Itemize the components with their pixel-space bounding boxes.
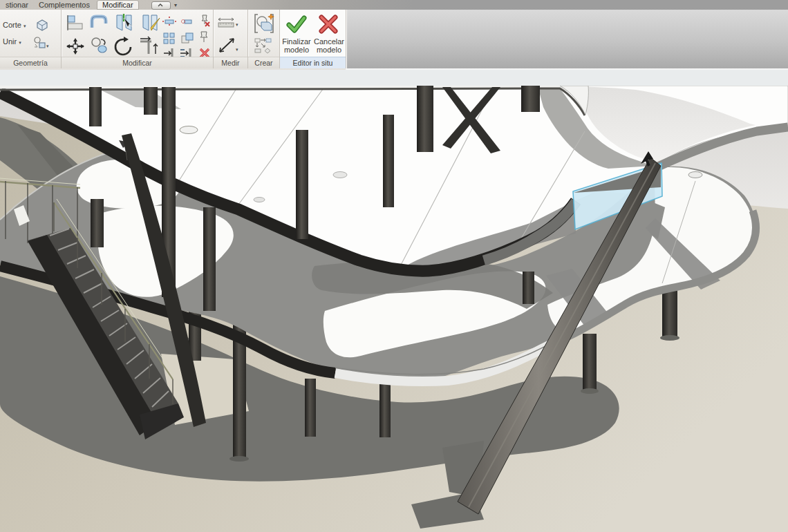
svg-text:▾: ▾ (236, 22, 238, 27)
panel-label-editor-in-situ[interactable]: Editor in situ (280, 57, 346, 68)
copy-icon[interactable] (89, 36, 110, 55)
panel-geometria: Corte▾ Unir▾ ▾ Geometría (0, 10, 62, 68)
svg-text:▾: ▾ (46, 44, 49, 48)
align-icon[interactable] (66, 14, 85, 32)
revit-window: { "ribbon": { "tabs": [ {"label": "stion… (0, 0, 788, 532)
finish-check-icon (285, 14, 308, 35)
offset-icon[interactable] (89, 14, 110, 32)
create-similar-icon[interactable] (254, 37, 273, 55)
slab-opening (180, 126, 198, 134)
trim-extend-corner-icon[interactable] (114, 12, 135, 33)
move-icon[interactable] (64, 36, 86, 57)
tab-complementos[interactable]: Complementos (33, 0, 95, 10)
cut-geometry-icon[interactable] (35, 18, 50, 33)
panel-label-modificar[interactable]: Modificar (62, 57, 213, 68)
3d-viewport[interactable] (0, 86, 788, 532)
array-icon[interactable] (162, 32, 176, 44)
measure-between-icon[interactable]: ▾ (216, 36, 240, 55)
split-element-icon[interactable] (140, 12, 161, 33)
ribbon-options-caret-icon[interactable]: ▾ (174, 2, 177, 8)
pin-icon[interactable] (198, 30, 209, 44)
trim-corner-icon[interactable] (139, 36, 161, 57)
options-bar (0, 70, 788, 86)
ribbon-minimize-button[interactable] (151, 1, 171, 10)
panel-editor-in-situ: Finalizar modelo Cancelar modelo Editor … (280, 10, 346, 68)
panel-label-crear[interactable]: Crear (248, 57, 279, 68)
tab-gestionar[interactable]: stionar (0, 0, 34, 10)
panel-modificar: Modificar (62, 10, 214, 68)
panel-label-medir[interactable]: Medir (214, 57, 247, 68)
panel-crear: Crear (248, 10, 280, 68)
join-geometry-icon[interactable]: ▾ (32, 36, 50, 51)
chevron-down-icon: ▾ (24, 23, 26, 28)
slab-puck (688, 172, 702, 178)
ribbon-tab-bar: stionar Complementos Modificar ▾ (0, 0, 788, 10)
tab-modificar[interactable]: Modificar (97, 0, 139, 10)
scale-icon[interactable] (180, 32, 194, 44)
create-group-icon[interactable] (252, 12, 276, 35)
activate-dimensions-icon[interactable] (162, 15, 176, 28)
finish-model-label: Finalizar modelo (280, 37, 313, 54)
corte-dropdown[interactable]: Corte▾ (3, 21, 26, 29)
copy-dimensions-icon[interactable] (180, 15, 194, 28)
chevron-down-icon: ▾ (19, 40, 21, 45)
measure-linear-icon[interactable]: ▾ (216, 15, 240, 30)
cancel-x-icon (317, 14, 339, 35)
unir-dropdown[interactable]: Unir▾ (3, 37, 21, 46)
panel-label-geometria[interactable]: Geometría (0, 57, 61, 68)
rotate-icon[interactable] (113, 36, 135, 57)
ribbon-empty-area (346, 10, 788, 70)
ribbon: Corte▾ Unir▾ ▾ Geometría (0, 10, 788, 70)
cancel-model-label: Cancelar modelo (312, 37, 346, 54)
unpin-icon[interactable] (197, 14, 211, 28)
svg-text:▾: ▾ (236, 47, 238, 52)
ribbon-minimize-icon (158, 3, 163, 7)
panel-medir: ▾ ▾ Medir (214, 10, 248, 68)
